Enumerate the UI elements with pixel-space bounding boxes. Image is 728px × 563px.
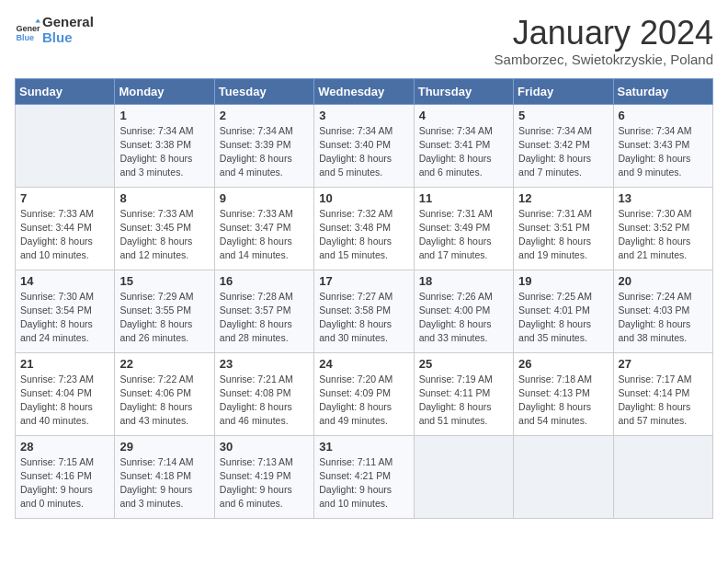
day-number: 11	[419, 191, 508, 205]
day-info: Sunrise: 7:20 AM Sunset: 4:09 PM Dayligh…	[319, 373, 408, 429]
calendar-cell: 1Sunrise: 7:34 AM Sunset: 3:38 PM Daylig…	[115, 104, 214, 187]
calendar-cell: 29Sunrise: 7:14 AM Sunset: 4:18 PM Dayli…	[115, 435, 214, 518]
calendar-week-5: 28Sunrise: 7:15 AM Sunset: 4:16 PM Dayli…	[16, 435, 713, 518]
calendar-cell: 31Sunrise: 7:11 AM Sunset: 4:21 PM Dayli…	[314, 435, 414, 518]
day-info: Sunrise: 7:34 AM Sunset: 3:43 PM Dayligh…	[619, 124, 708, 180]
day-info: Sunrise: 7:33 AM Sunset: 3:45 PM Dayligh…	[119, 207, 209, 263]
day-info: Sunrise: 7:15 AM Sunset: 4:16 PM Dayligh…	[20, 455, 109, 511]
calendar-cell: 17Sunrise: 7:27 AM Sunset: 3:58 PM Dayli…	[314, 270, 414, 352]
day-info: Sunrise: 7:24 AM Sunset: 4:03 PM Dayligh…	[619, 290, 708, 346]
calendar-cell: 7Sunrise: 7:33 AM Sunset: 3:44 PM Daylig…	[16, 187, 115, 270]
calendar-cell: 28Sunrise: 7:15 AM Sunset: 4:16 PM Dayli…	[16, 435, 115, 518]
calendar-cell: 15Sunrise: 7:29 AM Sunset: 3:55 PM Dayli…	[115, 270, 214, 352]
calendar-cell: 23Sunrise: 7:21 AM Sunset: 4:08 PM Dayli…	[214, 352, 313, 435]
day-info: Sunrise: 7:14 AM Sunset: 4:18 PM Dayligh…	[119, 455, 209, 511]
day-number: 29	[119, 440, 209, 454]
day-info: Sunrise: 7:13 AM Sunset: 4:19 PM Dayligh…	[220, 455, 309, 511]
calendar-cell: 27Sunrise: 7:17 AM Sunset: 4:14 PM Dayli…	[613, 352, 712, 435]
day-number: 17	[319, 274, 408, 288]
calendar-cell: 9Sunrise: 7:33 AM Sunset: 3:47 PM Daylig…	[214, 187, 313, 270]
location-subtitle: Samborzec, Swietokrzyskie, Poland	[495, 52, 713, 67]
day-info: Sunrise: 7:19 AM Sunset: 4:11 PM Dayligh…	[419, 373, 508, 429]
calendar-cell: 14Sunrise: 7:30 AM Sunset: 3:54 PM Dayli…	[16, 270, 115, 352]
calendar-week-3: 14Sunrise: 7:30 AM Sunset: 3:54 PM Dayli…	[16, 270, 713, 352]
day-number: 18	[419, 274, 508, 288]
calendar-cell: 5Sunrise: 7:34 AM Sunset: 3:42 PM Daylig…	[514, 104, 613, 187]
calendar-cell: 18Sunrise: 7:26 AM Sunset: 4:00 PM Dayli…	[414, 270, 513, 352]
calendar-cell	[16, 104, 115, 187]
calendar-cell: 30Sunrise: 7:13 AM Sunset: 4:19 PM Dayli…	[214, 435, 313, 518]
calendar-cell: 8Sunrise: 7:33 AM Sunset: 3:45 PM Daylig…	[115, 187, 214, 270]
day-info: Sunrise: 7:25 AM Sunset: 4:01 PM Dayligh…	[518, 290, 608, 346]
day-info: Sunrise: 7:21 AM Sunset: 4:08 PM Dayligh…	[220, 373, 309, 429]
day-info: Sunrise: 7:34 AM Sunset: 3:40 PM Dayligh…	[319, 124, 408, 180]
svg-marker-2	[35, 18, 40, 22]
calendar-cell: 19Sunrise: 7:25 AM Sunset: 4:01 PM Dayli…	[514, 270, 613, 352]
calendar-cell	[414, 435, 513, 518]
day-number: 9	[220, 191, 309, 205]
calendar-cell: 16Sunrise: 7:28 AM Sunset: 3:57 PM Dayli…	[214, 270, 313, 352]
day-info: Sunrise: 7:32 AM Sunset: 3:48 PM Dayligh…	[319, 207, 408, 263]
logo: General Blue General Blue	[15, 15, 94, 45]
calendar-cell	[613, 435, 712, 518]
day-number: 28	[20, 440, 109, 454]
day-number: 15	[119, 274, 209, 288]
day-number: 3	[319, 109, 408, 122]
day-header-wednesday: Wednesday	[314, 78, 414, 104]
day-header-monday: Monday	[115, 78, 214, 104]
title-area: January 2024 Samborzec, Swietokrzyskie, …	[495, 15, 713, 67]
calendar-header-row: SundayMondayTuesdayWednesdayThursdayFrid…	[16, 78, 713, 104]
day-number: 10	[319, 191, 408, 205]
day-number: 13	[619, 191, 708, 205]
day-number: 2	[220, 109, 309, 122]
day-info: Sunrise: 7:30 AM Sunset: 3:52 PM Dayligh…	[619, 207, 708, 263]
month-title: January 2024	[495, 15, 713, 52]
day-info: Sunrise: 7:31 AM Sunset: 3:51 PM Dayligh…	[518, 207, 608, 263]
logo-line1: General	[42, 15, 94, 30]
day-info: Sunrise: 7:34 AM Sunset: 3:42 PM Dayligh…	[518, 124, 608, 180]
day-number: 5	[518, 109, 608, 122]
day-info: Sunrise: 7:30 AM Sunset: 3:54 PM Dayligh…	[20, 290, 109, 346]
day-number: 22	[119, 357, 209, 371]
day-info: Sunrise: 7:33 AM Sunset: 3:47 PM Dayligh…	[220, 207, 309, 263]
day-number: 19	[518, 274, 608, 288]
calendar-cell: 26Sunrise: 7:18 AM Sunset: 4:13 PM Dayli…	[514, 352, 613, 435]
day-info: Sunrise: 7:22 AM Sunset: 4:06 PM Dayligh…	[119, 373, 209, 429]
calendar-week-2: 7Sunrise: 7:33 AM Sunset: 3:44 PM Daylig…	[16, 187, 713, 270]
day-number: 27	[619, 357, 708, 371]
day-info: Sunrise: 7:34 AM Sunset: 3:41 PM Dayligh…	[419, 124, 508, 180]
day-number: 1	[119, 109, 209, 122]
day-info: Sunrise: 7:28 AM Sunset: 3:57 PM Dayligh…	[220, 290, 309, 346]
day-number: 25	[419, 357, 508, 371]
day-header-saturday: Saturday	[613, 78, 712, 104]
day-info: Sunrise: 7:11 AM Sunset: 4:21 PM Dayligh…	[319, 455, 408, 511]
day-number: 4	[419, 109, 508, 122]
day-number: 6	[619, 109, 708, 122]
calendar-cell: 2Sunrise: 7:34 AM Sunset: 3:39 PM Daylig…	[214, 104, 313, 187]
day-number: 23	[220, 357, 309, 371]
calendar-cell: 4Sunrise: 7:34 AM Sunset: 3:41 PM Daylig…	[414, 104, 513, 187]
calendar-cell: 24Sunrise: 7:20 AM Sunset: 4:09 PM Dayli…	[314, 352, 414, 435]
day-info: Sunrise: 7:26 AM Sunset: 4:00 PM Dayligh…	[419, 290, 508, 346]
day-number: 16	[220, 274, 309, 288]
calendar-cell: 12Sunrise: 7:31 AM Sunset: 3:51 PM Dayli…	[514, 187, 613, 270]
calendar-cell: 25Sunrise: 7:19 AM Sunset: 4:11 PM Dayli…	[414, 352, 513, 435]
day-info: Sunrise: 7:33 AM Sunset: 3:44 PM Dayligh…	[20, 207, 109, 263]
day-number: 24	[319, 357, 408, 371]
day-number: 26	[518, 357, 608, 371]
day-info: Sunrise: 7:29 AM Sunset: 3:55 PM Dayligh…	[119, 290, 209, 346]
calendar-cell: 11Sunrise: 7:31 AM Sunset: 3:49 PM Dayli…	[414, 187, 513, 270]
svg-text:Blue: Blue	[16, 32, 34, 41]
calendar-cell: 13Sunrise: 7:30 AM Sunset: 3:52 PM Dayli…	[613, 187, 712, 270]
calendar-cell: 20Sunrise: 7:24 AM Sunset: 4:03 PM Dayli…	[613, 270, 712, 352]
day-number: 30	[220, 440, 309, 454]
calendar-cell: 22Sunrise: 7:22 AM Sunset: 4:06 PM Dayli…	[115, 352, 214, 435]
calendar-cell	[514, 435, 613, 518]
day-header-sunday: Sunday	[16, 78, 115, 104]
day-number: 8	[119, 191, 209, 205]
day-number: 14	[20, 274, 109, 288]
day-header-friday: Friday	[514, 78, 613, 104]
logo-line2: Blue	[42, 30, 94, 46]
day-info: Sunrise: 7:31 AM Sunset: 3:49 PM Dayligh…	[419, 207, 508, 263]
day-info: Sunrise: 7:17 AM Sunset: 4:14 PM Dayligh…	[619, 373, 708, 429]
